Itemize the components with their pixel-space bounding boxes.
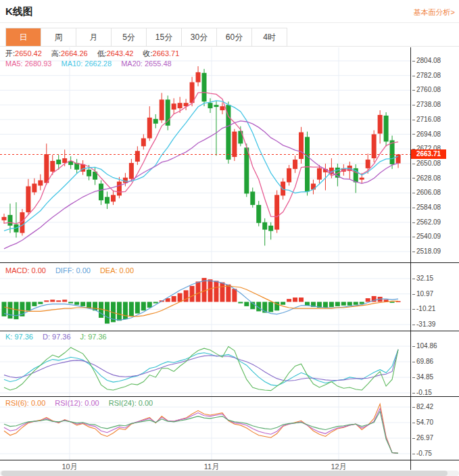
axis-tick-label: 82.42 — [412, 403, 433, 410]
tab-日[interactable]: 日 — [6, 28, 41, 46]
axis-tick-label: 2760.08 — [412, 86, 441, 93]
series-line — [4, 101, 398, 231]
legend-item: RSI(12): 0.00 — [55, 399, 99, 407]
panel-divider — [0, 262, 459, 263]
series-line — [4, 411, 398, 453]
gridlines — [0, 331, 410, 397]
legend-item: 开:2650.42 — [5, 49, 42, 57]
legend-item: 收:2663.71 — [143, 49, 179, 57]
legend-item: J: 97.36 — [80, 333, 107, 341]
candles-layer — [2, 66, 401, 245]
axis-tick-label: 54.70 — [412, 419, 433, 426]
axis-tick-label: -0.75 — [412, 450, 432, 457]
axis-tick-label: -10.21 — [412, 305, 435, 312]
series-line — [4, 93, 398, 224]
legend-item: MA5: 2680.93 — [5, 60, 52, 68]
axis-tick-label: 2804.08 — [412, 57, 441, 64]
fundamental-analysis-link[interactable]: 基本面分析> — [414, 7, 455, 18]
legend-item: 高:2664.26 — [51, 49, 88, 57]
legend-item: MACD: 0.00 — [5, 266, 46, 275]
legend-item: DIFF: 0.00 — [55, 266, 91, 275]
macd-histogram — [2, 278, 401, 324]
rsi-legend: RSI(6): 0.00RSI(12): 0.00RSI(24): 0.00 — [5, 399, 162, 407]
legend-item: DEA: 0.00 — [100, 266, 134, 275]
axis-tick-label: 10.97 — [412, 290, 433, 298]
series-line — [4, 404, 398, 453]
legend-item: MA20: 2655.48 — [121, 60, 172, 68]
scrollbar-thumb[interactable] — [1, 471, 448, 476]
axis-tick-label: 2606.08 — [412, 189, 441, 196]
tab-5分[interactable]: 5分 — [112, 28, 147, 46]
kdj-chart[interactable] — [0, 331, 410, 397]
legend-item: D: 97.36 — [43, 333, 71, 341]
axis-tick-label: 2738.08 — [412, 101, 441, 108]
chart-scrollbar — [0, 471, 459, 476]
axis-tick-label: 32.15 — [412, 275, 433, 282]
legend-item: RSI(24): 0.00 — [109, 399, 153, 407]
axis-tick-label: 2584.08 — [412, 204, 441, 211]
tab-15分[interactable]: 15分 — [147, 28, 182, 46]
axis-tick-label: 34.85 — [412, 373, 433, 381]
panel-divider — [0, 331, 459, 331]
axis-tick-label: 2650.08 — [412, 160, 441, 167]
legend-item: RSI(6): 0.00 — [5, 399, 45, 407]
tab-60分[interactable]: 60分 — [217, 28, 252, 46]
tab-30分[interactable]: 30分 — [182, 28, 217, 46]
axis-tick-label: 69.86 — [412, 358, 433, 365]
tab-周[interactable]: 周 — [41, 28, 76, 46]
legend-item: MA10: 2662.28 — [62, 60, 112, 68]
tab-月[interactable]: 月 — [76, 28, 112, 46]
axis-tick-label: -31.39 — [412, 320, 435, 328]
time-axis: 10月11月12月 — [0, 460, 410, 471]
ma-legend: MA5: 2680.93MA10: 2662.28MA20: 2655.48 — [5, 60, 181, 68]
page-title: K线图 — [5, 5, 33, 18]
axis-tick-label: 2694.08 — [412, 130, 441, 138]
axis-tick-label: 104.86 — [412, 342, 437, 350]
macd-legend: MACD: 0.00DIFF: 0.00DEA: 0.00 — [5, 266, 143, 275]
axis-tick-label: 2562.09 — [412, 218, 441, 226]
series-line — [4, 121, 398, 249]
axis-tick-label: -0.15 — [412, 389, 432, 396]
axis-tick-label: 2518.09 — [412, 247, 441, 255]
series-line — [4, 408, 398, 453]
last-price-badge: 2663.71 — [411, 149, 446, 159]
kdj-legend: K: 97.36D: 97.36J: 97.36 — [5, 333, 116, 341]
tab-4时[interactable]: 4时 — [252, 28, 287, 46]
legend-item: 低:2643.42 — [97, 49, 134, 57]
axis-tick-label: 26.97 — [412, 434, 433, 442]
interval-tabbar: 日周月5分15分30分60分4时 — [0, 27, 459, 47]
axis-tick-label: 2716.08 — [412, 116, 441, 123]
kline-app: K线图 基本面分析> 日周月5分15分30分60分4时 开:2650.42高:2… — [0, 0, 459, 476]
axis-tick-label: 2782.08 — [412, 72, 441, 79]
header: K线图 基本面分析> — [0, 0, 459, 23]
axis-tick-label: 2628.08 — [412, 174, 441, 182]
candlestick-chart[interactable] — [0, 47, 410, 262]
panel-divider — [0, 396, 459, 397]
interval-tabs: 日周月5分15分30分60分4时 — [5, 28, 287, 47]
price-axis-column: 2804.082782.082760.082738.082716.082694.… — [410, 47, 459, 470]
legend-item: K: 97.36 — [5, 333, 33, 341]
ohlc-legend: 开:2650.42高:2664.26低:2643.42收:2663.71 — [5, 49, 189, 59]
axis-tick-label: 2540.09 — [412, 233, 441, 240]
